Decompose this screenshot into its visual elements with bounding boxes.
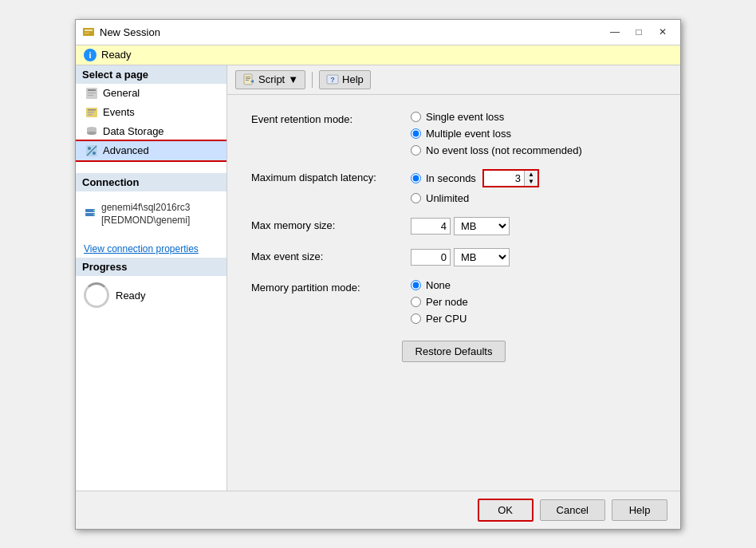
svg-rect-5 [88,93,96,93]
partition-per-cpu-radio[interactable] [411,313,421,324]
spinner-icon [84,282,109,308]
sidebar-item-general-label: General [103,87,140,99]
max-memory-unit-select[interactable]: MB KB GB [454,217,510,235]
partition-per-cpu-label: Per CPU [426,313,467,325]
in-seconds-radio[interactable] [411,173,421,183]
server-icon [84,207,96,220]
max-event-input-row: MB KB GB [411,248,656,266]
bottom-bar: OK Cancel Help [76,491,680,529]
window-title: New Session [100,26,160,38]
svg-rect-4 [88,89,96,91]
in-seconds-label: In seconds [426,172,476,184]
svg-rect-24 [246,78,250,79]
script-label: Script [258,73,285,85]
general-icon [85,87,98,100]
partition-none-option: None [411,279,656,291]
max-memory-controls: MB KB GB [411,217,656,235]
svg-text:?: ? [330,76,335,84]
script-button[interactable]: Script ▼ [235,70,305,89]
help-toolbar-button[interactable]: ? Help [319,70,371,89]
progress-header: Progress [76,258,226,276]
sidebar-item-advanced[interactable]: Advanced [76,141,226,160]
max-event-unit-select[interactable]: MB KB GB [454,248,510,266]
no-event-loss-radio[interactable] [411,145,421,156]
right-panel: Script ▼ ? Help Event retention mode: [227,65,680,491]
minimize-button[interactable]: — [604,23,626,41]
max-memory-input[interactable] [411,218,451,235]
svg-point-16 [93,152,96,155]
partition-per-node-label: Per node [426,296,468,308]
info-icon: i [84,49,96,61]
max-event-label: Max event size: [251,248,411,262]
sidebar-item-events-label: Events [103,106,135,118]
server-user: [REDMOND\genemi] [101,214,190,227]
progress-section: Ready [76,276,226,314]
dispatch-latency-label: Maximum dispatch latency: [251,169,411,183]
script-arrow: ▼ [288,73,298,85]
max-memory-row: Max memory size: MB KB GB [251,217,656,235]
max-event-input[interactable] [411,249,451,266]
partition-per-node-radio[interactable] [411,297,421,307]
svg-rect-25 [246,80,249,81]
max-memory-input-row: MB KB GB [411,217,656,235]
svg-rect-1 [85,30,93,31]
cancel-button[interactable]: Cancel [540,499,605,521]
new-session-dialog: New Session — □ ✕ i Ready Select a page … [75,19,681,530]
max-event-row: Max event size: MB KB GB [251,248,656,266]
restore-defaults-button[interactable]: Restore Defaults [402,341,506,362]
max-event-controls: MB KB GB [411,248,656,266]
multiple-event-loss-label: Multiple event loss [426,128,511,140]
script-icon [242,73,255,86]
partition-per-cpu-option: Per CPU [411,313,656,325]
svg-rect-2 [85,33,89,34]
server-name: genemi4f\sql2016rc3 [101,201,190,215]
svg-point-15 [88,147,91,150]
svg-rect-8 [88,109,96,111]
sidebar-item-data-storage[interactable]: Data Storage [76,122,226,141]
advanced-icon [85,144,98,157]
content-area: Select a page General Events [76,65,680,491]
event-retention-label: Event retention mode: [251,111,411,125]
form-area: Event retention mode: Single event loss … [227,95,680,491]
dispatch-value-input[interactable] [484,171,524,186]
view-connection-link[interactable]: View connection properties [76,240,226,258]
toolbar-separator [312,72,313,88]
svg-rect-6 [88,95,93,96]
help-button[interactable]: Help [612,499,667,521]
single-event-loss-radio[interactable] [411,112,421,122]
sidebar-item-events[interactable]: Events [76,103,226,122]
svg-point-20 [93,210,95,211]
left-panel: Select a page General Events [76,65,227,491]
maximize-button[interactable]: □ [628,23,650,41]
dispatch-latency-row: Maximum dispatch latency: In seconds ▲ [251,169,656,204]
spinbox-up-button[interactable]: ▲ [525,171,537,179]
window-icon [82,26,95,38]
single-event-loss-label: Single event loss [426,111,504,123]
dispatch-spinbox: ▲ ▼ [482,169,539,187]
svg-point-21 [93,214,95,215]
sidebar-item-data-storage-label: Data Storage [103,125,164,137]
status-bar: i Ready [76,45,680,65]
help-icon: ? [326,73,339,86]
toolbar: Script ▼ ? Help [227,65,680,95]
help-toolbar-label: Help [342,73,364,85]
multiple-event-loss-option: Multiple event loss [411,128,656,140]
dispatch-in-seconds-row: In seconds ▲ ▼ [411,169,656,187]
close-button[interactable]: ✕ [652,23,674,41]
partition-per-node-option: Per node [411,296,656,308]
svg-rect-9 [88,112,94,113]
single-event-loss-option: Single event loss [411,111,656,123]
spinbox-down-button[interactable]: ▼ [525,178,537,186]
events-icon [85,106,98,119]
partition-none-radio[interactable] [411,280,421,290]
unlimited-radio[interactable] [411,193,421,203]
title-bar-left: New Session [82,26,160,38]
event-retention-row: Event retention mode: Single event loss … [251,111,656,156]
title-controls: — □ ✕ [604,23,674,41]
memory-partition-row: Memory partition mode: None Per node [251,279,656,325]
server-text: genemi4f\sql2016rc3 [REDMOND\genemi] [101,201,190,228]
svg-rect-23 [246,77,250,77]
ok-button[interactable]: OK [478,499,534,522]
sidebar-item-general[interactable]: General [76,84,226,103]
multiple-event-loss-radio[interactable] [411,128,421,139]
